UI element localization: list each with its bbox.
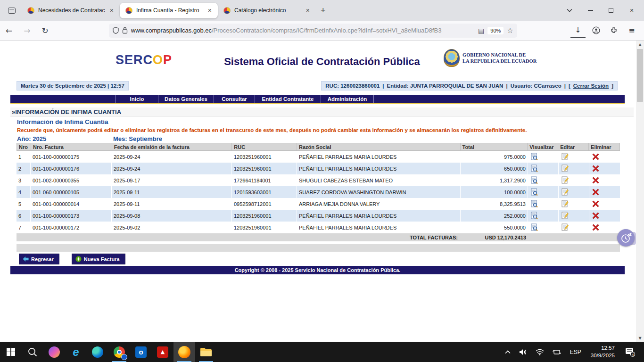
eliminar-button[interactable] — [591, 188, 600, 197]
url-text[interactable]: www.compraspublicas.gob.ec/ProcesoContra… — [131, 27, 475, 34]
list-all-tabs-icon[interactable] — [560, 3, 579, 18]
maximize-button[interactable] — [602, 3, 620, 18]
eliminar-button[interactable] — [591, 165, 600, 173]
scrollbar-thumb[interactable] — [637, 49, 643, 102]
eliminar-button[interactable] — [591, 153, 600, 161]
visualizar-button[interactable] — [530, 212, 538, 220]
tab-favicon-ecuador — [223, 7, 231, 14]
tab-close-icon[interactable]: × — [305, 7, 311, 14]
extensions-icon[interactable] — [606, 24, 621, 38]
edit-document-icon — [561, 212, 569, 220]
cell-total: 252.0000 — [461, 210, 528, 222]
minimize-button[interactable] — [581, 3, 600, 18]
firefox-view-icon[interactable] — [5, 4, 19, 16]
taskbar-outlook[interactable]: o — [130, 342, 152, 362]
nav-datos-generales[interactable]: Datos Generales — [158, 95, 214, 103]
visualizar-button[interactable] — [530, 188, 538, 197]
delete-x-icon — [592, 212, 599, 219]
floating-clock-widget[interactable] — [617, 229, 636, 248]
zoom-level-badge[interactable]: 90% — [487, 27, 504, 34]
page-scrollbar[interactable]: ▲ ▼ — [636, 41, 644, 342]
tray-display-connect-icon[interactable] — [549, 349, 564, 355]
back-icon[interactable]: ← — [0, 26, 18, 35]
tab-favicon-ecuador — [27, 7, 34, 14]
tab-infima-cuantia[interactable]: Infima Cuantía - Registro × — [120, 3, 218, 18]
eliminar-button[interactable] — [591, 200, 600, 208]
menu-hamburger-icon[interactable]: ≡ — [624, 24, 639, 38]
bracket: [ — [569, 83, 570, 89]
eliminar-button[interactable] — [591, 223, 600, 232]
tracking-shield-icon[interactable] — [113, 27, 119, 34]
editar-button[interactable] — [561, 223, 569, 232]
tray-volume-icon[interactable] — [516, 349, 530, 355]
visualizar-button[interactable] — [530, 165, 538, 173]
cell-factura: 001-001-000000014 — [31, 198, 112, 210]
copyright-footer: Copyright © 2008 - 2025 Servicio Naciona… — [10, 266, 625, 274]
forward-icon[interactable]: → — [18, 26, 36, 35]
visualizar-button[interactable] — [530, 153, 538, 161]
total-facturas-value: USD 12,170.2413 — [461, 235, 528, 240]
tray-date: 30/9/2025 — [591, 353, 615, 358]
account-icon[interactable] — [588, 24, 603, 38]
taskbar-search-button[interactable] — [22, 342, 43, 362]
scroll-up-icon[interactable]: ▲ — [636, 41, 644, 48]
bracket: ] — [611, 83, 613, 89]
browser-toolbar: ← → ↻ www.compraspublicas.gob.ec/Proceso… — [0, 21, 644, 41]
tray-wifi-icon[interactable] — [532, 349, 547, 355]
tray-clock[interactable]: 12:57 30/9/2025 — [587, 345, 619, 359]
tab-catalogo[interactable]: Catálogo electrónico × — [218, 3, 316, 18]
editar-button[interactable] — [561, 153, 569, 161]
editar-button[interactable] — [561, 165, 569, 173]
cell-fecha: 2025-09-02 — [112, 222, 232, 233]
invoices-table: Nro Nro. Factura Fecha de emisión de la … — [17, 143, 620, 241]
regresar-button[interactable]: Regresar — [19, 254, 59, 264]
editar-button[interactable] — [561, 200, 569, 208]
edit-document-icon — [561, 176, 569, 184]
tab-close-icon[interactable]: × — [108, 7, 115, 14]
cell-factura: 001-060-000000105 — [31, 186, 112, 198]
taskbar-internet-explorer[interactable]: e — [65, 342, 87, 362]
start-button[interactable] — [0, 342, 22, 362]
visualizar-button[interactable] — [530, 200, 538, 208]
editar-button[interactable] — [561, 176, 569, 185]
taskbar-firefox[interactable] — [173, 342, 195, 362]
nav-inicio[interactable]: Inicio — [116, 95, 158, 103]
tray-language[interactable]: ESP — [566, 349, 585, 355]
reader-mode-icon[interactable]: ▤ — [478, 27, 484, 34]
downloads-icon[interactable]: ↓ — [570, 24, 586, 38]
eliminar-button[interactable] — [591, 176, 600, 185]
logout-link[interactable]: Cerrar Sesión — [573, 83, 609, 89]
lock-icon[interactable] — [122, 27, 128, 34]
taskbar-edge[interactable] — [87, 342, 108, 362]
nueva-factura-button[interactable]: Nueva Factura — [72, 254, 125, 264]
taskbar-acrobat[interactable]: ▲ — [152, 342, 173, 362]
bookmark-star-icon[interactable]: ☆ — [507, 26, 513, 35]
notification-center-icon[interactable]: 4 — [620, 347, 640, 357]
cell-nro: 6 — [17, 210, 31, 222]
editar-button[interactable] — [561, 212, 569, 220]
table-row: 7001-100-0000001722025-09-02120325196000… — [17, 222, 620, 233]
visualizar-button[interactable] — [530, 176, 538, 185]
acrobat-icon: ▲ — [157, 346, 168, 358]
close-window-button[interactable]: × — [622, 3, 641, 18]
url-bar[interactable]: www.compraspublicas.gob.ec/ProcesoContra… — [109, 24, 517, 38]
nav-entidad-contratante[interactable]: Entidad Contratante — [255, 95, 321, 103]
cell-factura: 001-100-000000172 — [31, 222, 112, 233]
scroll-down-icon[interactable]: ▼ — [636, 334, 644, 342]
visualizar-button[interactable] — [530, 223, 538, 232]
taskbar-copilot[interactable] — [43, 342, 65, 362]
taskbar-file-explorer[interactable] — [195, 342, 217, 362]
nav-administracion[interactable]: Administración — [321, 95, 374, 103]
new-tab-button[interactable]: + — [316, 5, 330, 16]
nav-consultar[interactable]: Consultar — [214, 95, 255, 103]
taskbar-chrome[interactable] — [108, 342, 130, 362]
reload-icon[interactable]: ↻ — [36, 26, 54, 35]
cell-fecha: 2025-09-11 — [112, 186, 232, 198]
breadcrumb: »INFORMACIÓN DE INFIMA CUANTIA — [10, 107, 634, 116]
tray-chevron-up-icon[interactable] — [502, 350, 514, 354]
table-row: 5001-001-0000000142025-09-11095259871200… — [17, 198, 620, 210]
eliminar-button[interactable] — [591, 212, 600, 220]
editar-button[interactable] — [561, 188, 569, 197]
tab-close-icon[interactable]: × — [206, 7, 213, 14]
tab-necesidades[interactable]: Necesidades de Contratación y × — [22, 3, 120, 18]
